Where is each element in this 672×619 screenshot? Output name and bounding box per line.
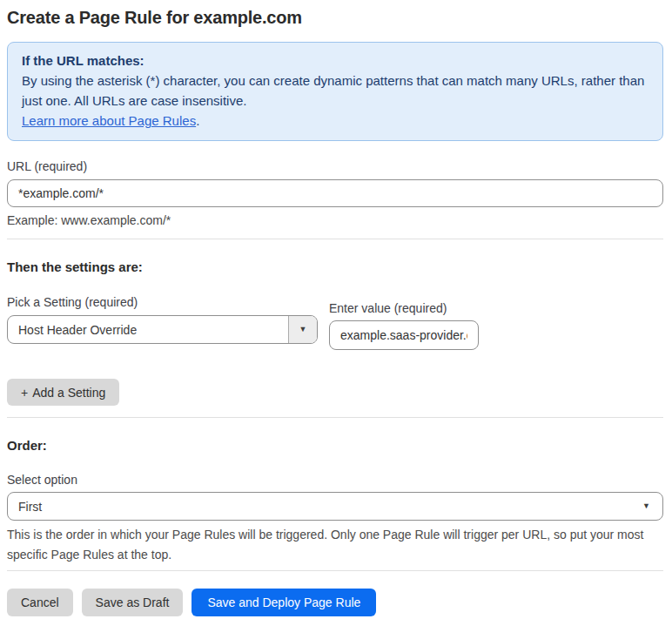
learn-more-link[interactable]: Learn more about Page Rules: [22, 113, 196, 128]
order-select[interactable]: First ▼: [7, 492, 663, 521]
url-match-info-box: If the URL matches: By using the asteris…: [7, 42, 663, 141]
settings-heading: Then the settings are:: [7, 259, 663, 274]
divider: [7, 239, 663, 239]
chevron-down-icon: ▼: [642, 502, 650, 510]
url-label: URL (required): [7, 159, 663, 173]
url-hint: Example: www.example.com/*: [7, 213, 663, 227]
value-label: Enter value (required): [329, 301, 479, 315]
order-select-value: First: [18, 500, 42, 514]
chevron-down-icon: ▼: [299, 326, 307, 333]
footer-actions: Cancel Save as Draft Save and Deploy Pag…: [7, 589, 663, 616]
setting-value-input[interactable]: [329, 320, 479, 350]
info-box-text: By using the asterisk (*) character, you…: [22, 73, 644, 108]
plus-icon: +: [21, 386, 28, 400]
info-box-body: By using the asterisk (*) character, you…: [22, 71, 648, 131]
setting-select-arrow-button[interactable]: ▼: [288, 316, 317, 343]
order-help-text: This is the order in which your Page Rul…: [7, 525, 663, 565]
setting-select[interactable]: Host Header Override ▼: [7, 315, 318, 344]
cancel-button[interactable]: Cancel: [7, 589, 73, 616]
add-setting-button[interactable]: + Add a Setting: [7, 379, 119, 406]
save-draft-button[interactable]: Save as Draft: [82, 589, 184, 616]
create-page-rule-form: Create a Page Rule for example.com If th…: [0, 0, 672, 616]
save-deploy-button[interactable]: Save and Deploy Page Rule: [192, 589, 376, 616]
info-box-heading: If the URL matches:: [22, 50, 648, 71]
settings-row: Pick a Setting (required) Host Header Ov…: [7, 295, 663, 350]
setting-column: Pick a Setting (required) Host Header Ov…: [7, 295, 318, 350]
divider: [7, 417, 663, 418]
divider: [7, 570, 663, 571]
add-setting-label: Add a Setting: [32, 386, 105, 400]
link-period: .: [196, 113, 199, 128]
setting-select-value: Host Header Override: [8, 323, 288, 337]
page-title: Create a Page Rule for example.com: [7, 8, 663, 28]
value-column: Enter value (required): [329, 295, 479, 350]
order-heading: Order:: [7, 438, 663, 453]
setting-label: Pick a Setting (required): [7, 295, 318, 309]
order-label: Select option: [7, 473, 663, 487]
url-input[interactable]: [7, 179, 663, 207]
